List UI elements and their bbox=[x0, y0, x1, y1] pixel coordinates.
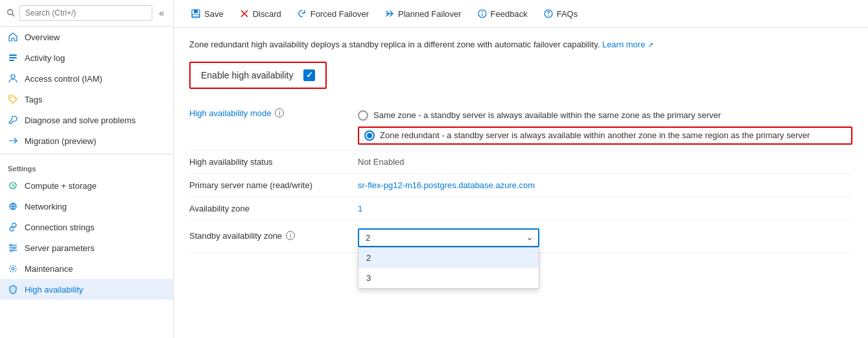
sidebar-search-bar: « bbox=[0, 0, 173, 27]
network-icon bbox=[8, 201, 18, 211]
discard-icon bbox=[239, 8, 250, 19]
ha-status-row: High availability status Not Enabled bbox=[189, 151, 852, 174]
save-label: Save bbox=[204, 9, 224, 19]
description-main: Zone redundant high availability deploys… bbox=[189, 40, 600, 49]
radio-same-zone-input[interactable] bbox=[358, 110, 368, 121]
availability-zone-label: Availability zone bbox=[189, 202, 358, 213]
list-icon bbox=[8, 53, 18, 63]
faqs-button[interactable]: FAQs bbox=[537, 5, 585, 22]
ha-mode-info-icon[interactable]: i bbox=[275, 108, 284, 117]
radio-same-zone-label: Same zone - a standby server is always a… bbox=[373, 110, 721, 120]
search-input[interactable] bbox=[19, 5, 152, 21]
person-icon bbox=[8, 73, 18, 84]
sidebar-item-access-control[interactable]: Access control (IAM) bbox=[0, 68, 173, 89]
sidebar-item-tags-label: Tags bbox=[25, 95, 42, 104]
link-icon bbox=[8, 222, 18, 232]
collapse-button[interactable]: « bbox=[156, 6, 167, 19]
sidebar-item-compute-storage[interactable]: Compute + storage bbox=[0, 175, 173, 196]
sidebar-item-tags[interactable]: Tags bbox=[0, 89, 173, 110]
ha-mode-row: High availability mode i Same zone - a s… bbox=[189, 102, 852, 151]
dropdown-item-2[interactable]: 2 bbox=[358, 248, 539, 268]
forced-failover-icon bbox=[297, 8, 307, 19]
radio-zone-redundant-label: Zone redundant - a standby server is alw… bbox=[380, 130, 810, 140]
faqs-label: FAQs bbox=[557, 9, 578, 19]
sidebar-item-server-parameters[interactable]: Server parameters bbox=[0, 237, 173, 258]
sidebar-item-high-availability[interactable]: High availability bbox=[0, 279, 173, 300]
svg-point-20 bbox=[482, 11, 483, 12]
external-link-icon: ↗ bbox=[648, 41, 653, 49]
svg-point-14 bbox=[11, 250, 13, 252]
sidebar-item-maintenance-label: Maintenance bbox=[25, 264, 73, 274]
radio-same-zone[interactable]: Same zone - a standby server is always a… bbox=[358, 108, 852, 123]
migration-icon bbox=[8, 136, 18, 146]
toolbar: Save Discard Forced Failover bbox=[174, 0, 868, 28]
sidebar-item-high-availability-label: High availability bbox=[25, 285, 83, 295]
forced-failover-button[interactable]: Forced Failover bbox=[290, 5, 375, 22]
svg-rect-2 bbox=[9, 54, 17, 56]
ha-mode-value: Same zone - a standby server is always a… bbox=[358, 107, 852, 145]
feedback-icon bbox=[477, 8, 487, 19]
radio-zone-redundant-input[interactable] bbox=[364, 130, 375, 141]
dropdown-item-3[interactable]: 3 bbox=[358, 268, 539, 288]
faqs-icon bbox=[543, 8, 554, 19]
primary-server-label-text: Primary server name (read/write) bbox=[189, 180, 312, 190]
enable-ha-box: Enable high availability bbox=[189, 62, 327, 89]
ha-status-label-text: High availability status bbox=[189, 157, 273, 167]
sidebar-item-compute-storage-label: Compute + storage bbox=[25, 181, 97, 191]
standby-zone-select[interactable]: 2 bbox=[358, 228, 539, 247]
sidebar-item-networking-label: Networking bbox=[25, 202, 67, 211]
discard-button[interactable]: Discard bbox=[233, 5, 288, 22]
primary-server-label: Primary server name (read/write) bbox=[189, 179, 358, 190]
enable-ha-checkbox[interactable] bbox=[303, 69, 315, 81]
sidebar-item-activity-log-label: Activity log bbox=[25, 53, 65, 63]
standby-zone-label: Standby availability zone i bbox=[189, 227, 358, 241]
sidebar-item-connection-strings-label: Connection strings bbox=[25, 223, 95, 232]
svg-point-15 bbox=[12, 267, 14, 270]
svg-line-1 bbox=[12, 14, 15, 17]
sidebar-item-overview[interactable]: Overview bbox=[0, 27, 173, 47]
settings-section-label: Settings bbox=[0, 157, 173, 175]
description-text: Zone redundant high availability deploys… bbox=[189, 38, 852, 51]
ha-status-value: Not Enabled bbox=[358, 156, 852, 167]
planned-failover-label: Planned Failover bbox=[398, 9, 462, 19]
standby-zone-dropdown: 2 3 bbox=[358, 247, 539, 289]
feedback-button[interactable]: Feedback bbox=[471, 5, 534, 22]
svg-point-23 bbox=[548, 16, 549, 17]
sidebar-item-diagnose-label: Diagnose and solve problems bbox=[25, 115, 135, 125]
sidebar-item-maintenance[interactable]: Maintenance bbox=[0, 258, 173, 279]
planned-failover-button[interactable]: Planned Failover bbox=[378, 5, 468, 22]
availability-zone-row: Availability zone 1 bbox=[189, 197, 852, 221]
availability-zone-label-text: Availability zone bbox=[189, 204, 250, 213]
sidebar-item-networking[interactable]: Networking bbox=[0, 196, 173, 217]
content-area: Zone redundant high availability deploys… bbox=[174, 28, 868, 338]
enable-ha-label: Enable high availability bbox=[201, 70, 293, 80]
learn-more-link[interactable]: Learn more bbox=[602, 40, 645, 49]
save-button[interactable]: Save bbox=[184, 5, 230, 22]
compute-icon bbox=[8, 180, 18, 191]
standby-zone-row: Standby availability zone i 2 ⌄ 2 3 bbox=[189, 221, 852, 253]
svg-point-13 bbox=[14, 247, 16, 249]
svg-rect-18 bbox=[193, 14, 199, 17]
svg-point-0 bbox=[8, 10, 13, 15]
save-icon bbox=[191, 8, 201, 19]
ha-form: High availability mode i Same zone - a s… bbox=[189, 102, 852, 253]
shield-icon bbox=[8, 284, 18, 295]
discard-label: Discard bbox=[253, 9, 281, 19]
svg-rect-4 bbox=[9, 60, 14, 61]
sidebar-item-diagnose[interactable]: Diagnose and solve problems bbox=[0, 110, 173, 130]
svg-point-5 bbox=[11, 75, 15, 78]
wrench-icon bbox=[8, 115, 18, 125]
sidebar-item-activity-log[interactable]: Activity log bbox=[0, 47, 173, 68]
sidebar-nav: Overview Activity log Access control (IA… bbox=[0, 27, 173, 338]
sidebar-item-migration[interactable]: Migration (preview) bbox=[0, 130, 173, 151]
standby-zone-info-icon[interactable]: i bbox=[286, 231, 295, 240]
standby-zone-value: 2 ⌄ 2 3 bbox=[358, 227, 852, 247]
settings-divider bbox=[0, 154, 173, 154]
sidebar-item-connection-strings[interactable]: Connection strings bbox=[0, 217, 173, 237]
planned-failover-icon bbox=[384, 8, 395, 19]
zone-redundant-box: Zone redundant - a standby server is alw… bbox=[358, 127, 852, 145]
forced-failover-label: Forced Failover bbox=[311, 9, 369, 19]
standby-zone-select-wrapper: 2 ⌄ 2 3 bbox=[358, 228, 539, 247]
sliders-icon bbox=[8, 243, 18, 253]
svg-point-6 bbox=[10, 97, 12, 98]
